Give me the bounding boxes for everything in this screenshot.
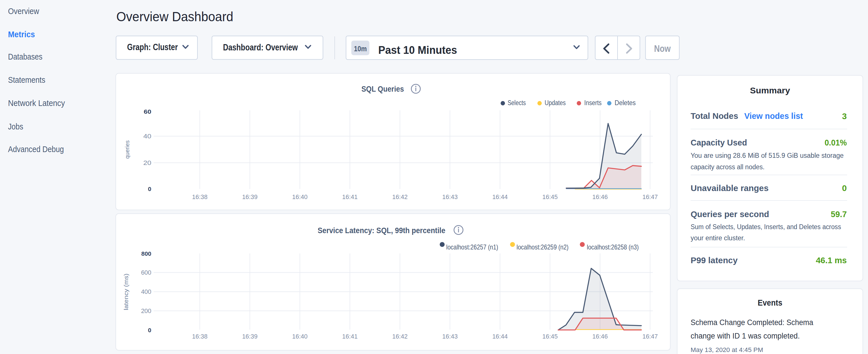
svg-text:localhost:26257 (n1): localhost:26257 (n1) <box>446 243 498 251</box>
svg-text:Service Latency: SQL, 99th per: Service Latency: SQL, 99th percentile <box>318 226 445 235</box>
svg-text:200: 200 <box>141 308 151 315</box>
svg-text:16:39: 16:39 <box>242 333 258 340</box>
svg-text:16:47: 16:47 <box>643 194 658 200</box>
svg-text:400: 400 <box>141 288 151 295</box>
svg-text:Events: Events <box>758 298 782 307</box>
svg-text:Jobs: Jobs <box>8 122 23 131</box>
svg-text:16:38: 16:38 <box>192 333 208 340</box>
svg-text:You are using 28.6 MiB of 515.: You are using 28.6 MiB of 515.9 GiB usab… <box>691 152 844 159</box>
svg-text:Schema Change Completed: Schem: Schema Change Completed: Schema <box>691 318 813 327</box>
svg-text:Queries per second: Queries per second <box>691 210 769 219</box>
svg-text:Metrics: Metrics <box>8 30 35 39</box>
svg-text:Inserts: Inserts <box>584 99 602 106</box>
svg-text:Past 10 Minutes: Past 10 Minutes <box>378 44 457 56</box>
svg-text:Capacity Used: Capacity Used <box>691 138 747 147</box>
svg-text:Sum of Selects, Updates, Inser: Sum of Selects, Updates, Inserts, and De… <box>691 223 841 231</box>
svg-text:Updates: Updates <box>545 99 566 106</box>
svg-text:0: 0 <box>148 186 151 192</box>
svg-text:localhost:26258 (n3): localhost:26258 (n3) <box>587 243 639 251</box>
svg-text:Overview: Overview <box>8 7 39 16</box>
svg-text:16:43: 16:43 <box>442 194 458 200</box>
svg-text:Deletes: Deletes <box>615 99 636 106</box>
svg-text:3: 3 <box>842 111 847 121</box>
svg-text:0: 0 <box>842 183 847 193</box>
svg-text:16:46: 16:46 <box>592 333 608 340</box>
svg-text:20: 20 <box>143 160 151 166</box>
svg-text:16:45: 16:45 <box>542 194 558 200</box>
svg-text:Dashboard: Overview: Dashboard: Overview <box>223 42 298 53</box>
svg-text:60: 60 <box>144 108 152 115</box>
svg-text:16:39: 16:39 <box>242 194 258 200</box>
svg-text:May 13, 2020 at 4:45 PM: May 13, 2020 at 4:45 PM <box>691 346 763 353</box>
svg-text:16:42: 16:42 <box>392 194 408 200</box>
svg-text:Network Latency: Network Latency <box>8 99 65 108</box>
svg-text:View nodes list: View nodes list <box>744 111 803 121</box>
svg-text:0.01%: 0.01% <box>825 138 847 147</box>
svg-text:16:42: 16:42 <box>392 333 408 340</box>
svg-text:16:41: 16:41 <box>342 194 358 200</box>
svg-text:16:47: 16:47 <box>643 333 658 340</box>
svg-text:800: 800 <box>141 250 151 257</box>
svg-text:40: 40 <box>143 133 151 140</box>
svg-text:latency (ms): latency (ms) <box>123 273 129 310</box>
svg-text:Databases: Databases <box>8 52 42 61</box>
svg-text:0: 0 <box>148 327 151 333</box>
svg-text:10m: 10m <box>354 45 367 53</box>
svg-text:Graph: Cluster: Graph: Cluster <box>127 42 178 52</box>
svg-text:Unavailable ranges: Unavailable ranges <box>691 183 769 193</box>
svg-text:16:44: 16:44 <box>492 333 508 340</box>
svg-text:queries: queries <box>124 140 130 159</box>
svg-text:16:40: 16:40 <box>292 333 308 340</box>
svg-text:16:38: 16:38 <box>192 194 208 200</box>
svg-text:Selects: Selects <box>507 99 526 106</box>
svg-text:16:43: 16:43 <box>442 333 458 340</box>
svg-text:P99 latency: P99 latency <box>691 255 738 265</box>
svg-text:16:40: 16:40 <box>292 194 308 200</box>
svg-text:change with ID 1 was completed: change with ID 1 was completed. <box>691 332 800 340</box>
svg-text:600: 600 <box>141 269 151 276</box>
svg-text:59.7: 59.7 <box>831 210 847 219</box>
svg-text:16:45: 16:45 <box>542 333 558 340</box>
svg-text:Statements: Statements <box>8 75 45 85</box>
svg-text:Advanced Debug: Advanced Debug <box>8 144 64 154</box>
svg-text:SQL Queries: SQL Queries <box>361 84 404 93</box>
svg-text:your entire cluster.: your entire cluster. <box>691 234 745 242</box>
svg-text:capacity across all nodes.: capacity across all nodes. <box>691 163 765 171</box>
svg-text:Now: Now <box>654 43 671 54</box>
svg-text:Summary: Summary <box>750 86 790 95</box>
svg-text:16:44: 16:44 <box>492 194 508 200</box>
svg-text:16:46: 16:46 <box>592 194 608 200</box>
svg-text:Overview Dashboard: Overview Dashboard <box>116 9 233 24</box>
svg-text:46.1 ms: 46.1 ms <box>816 255 847 265</box>
svg-text:localhost:26259 (n2): localhost:26259 (n2) <box>517 243 569 251</box>
svg-text:Total Nodes: Total Nodes <box>691 111 738 121</box>
svg-text:16:41: 16:41 <box>342 333 358 340</box>
